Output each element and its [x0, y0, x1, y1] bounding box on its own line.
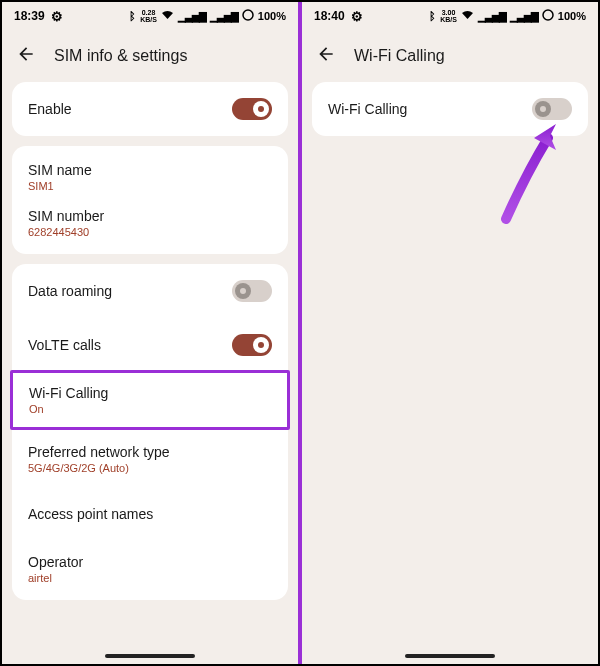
operator-value: airtel [28, 572, 83, 584]
battery-icon [542, 9, 554, 23]
enable-row[interactable]: Enable [12, 82, 288, 136]
settings-content: Enable SIM name SIM1 SIM number 62824454… [2, 82, 298, 664]
battery-percent: 100% [558, 10, 586, 22]
volte-toggle[interactable] [232, 334, 272, 356]
status-time: 18:40 [314, 9, 345, 23]
back-icon[interactable] [316, 44, 336, 68]
signal-icon-2: ▁▃▅▇ [210, 11, 238, 22]
network-type-label: Preferred network type [28, 444, 170, 460]
battery-icon [242, 9, 254, 23]
page-header: SIM info & settings [2, 30, 298, 82]
status-time: 18:39 [14, 9, 45, 23]
sim-name-value: SIM1 [28, 180, 92, 192]
operator-label: Operator [28, 554, 83, 570]
battery-percent: 100% [258, 10, 286, 22]
status-bar: 18:39 ⚙ ᛒ 0.28 KB/S ▁▃▅▇ ▁▃▅▇ 100% [2, 2, 298, 30]
sim-number-label: SIM number [28, 208, 104, 224]
page-header: Wi-Fi Calling [302, 30, 598, 82]
bluetooth-icon: ᛒ [429, 10, 436, 22]
gear-icon: ⚙ [51, 9, 63, 24]
wifi-icon [161, 10, 174, 22]
home-indicator[interactable] [405, 654, 495, 658]
signal-icon: ▁▃▅▇ [478, 11, 506, 22]
sim-number-value: 6282445430 [28, 226, 104, 238]
wifi-calling-toggle[interactable] [532, 98, 572, 120]
screenshot-sim-settings: 18:39 ⚙ ᛒ 0.28 KB/S ▁▃▅▇ ▁▃▅▇ 100% SIM i… [2, 2, 300, 664]
svg-point-0 [243, 10, 253, 20]
sim-name-label: SIM name [28, 162, 92, 178]
wifi-icon [461, 10, 474, 22]
enable-label: Enable [28, 101, 72, 117]
settings-content: Wi-Fi Calling [302, 82, 598, 664]
apn-row[interactable]: Access point names [12, 490, 288, 538]
sim-number-row[interactable]: SIM number 6282445430 [12, 198, 288, 254]
wifi-calling-label: Wi-Fi Calling [328, 101, 407, 117]
volte-row[interactable]: VoLTE calls [12, 318, 288, 372]
data-roaming-toggle[interactable] [232, 280, 272, 302]
apn-label: Access point names [28, 506, 153, 522]
network-type-row[interactable]: Preferred network type 5G/4G/3G/2G (Auto… [12, 428, 288, 490]
page-title: SIM info & settings [54, 47, 187, 65]
svg-point-1 [543, 10, 553, 20]
page-title: Wi-Fi Calling [354, 47, 445, 65]
gear-icon: ⚙ [351, 9, 363, 24]
data-roaming-label: Data roaming [28, 283, 112, 299]
data-roaming-row[interactable]: Data roaming [12, 264, 288, 318]
operator-row[interactable]: Operator airtel [12, 538, 288, 600]
sim-name-row[interactable]: SIM name SIM1 [12, 146, 288, 198]
network-speed: 3.00 KB/S [440, 9, 457, 23]
signal-icon-2: ▁▃▅▇ [510, 11, 538, 22]
network-speed: 0.28 KB/S [140, 9, 157, 23]
network-type-value: 5G/4G/3G/2G (Auto) [28, 462, 170, 474]
wifi-calling-label: Wi-Fi Calling [29, 385, 108, 401]
wifi-calling-status: On [29, 403, 108, 415]
wifi-calling-toggle-row[interactable]: Wi-Fi Calling [312, 82, 588, 136]
wifi-calling-row[interactable]: Wi-Fi Calling On [13, 373, 287, 427]
signal-icon: ▁▃▅▇ [178, 11, 206, 22]
bluetooth-icon: ᛒ [129, 10, 136, 22]
status-bar: 18:40 ⚙ ᛒ 3.00 KB/S ▁▃▅▇ ▁▃▅▇ 100% [302, 2, 598, 30]
enable-toggle[interactable] [232, 98, 272, 120]
home-indicator[interactable] [105, 654, 195, 658]
back-icon[interactable] [16, 44, 36, 68]
screenshot-wifi-calling: 18:40 ⚙ ᛒ 3.00 KB/S ▁▃▅▇ ▁▃▅▇ 100% Wi-Fi… [300, 2, 598, 664]
volte-label: VoLTE calls [28, 337, 101, 353]
